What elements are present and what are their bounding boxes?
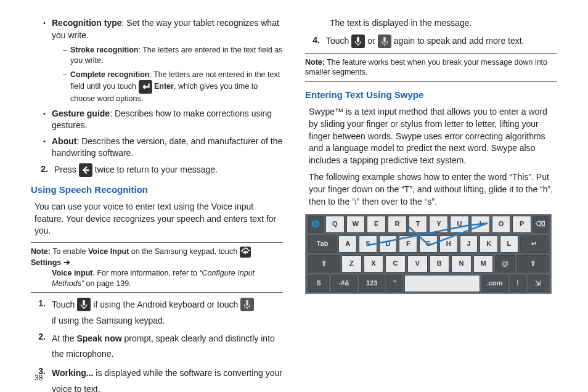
key: C — [385, 255, 406, 272]
sub-complete-recognition: – Complete recognition: The letters are … — [63, 70, 283, 104]
continued-text: The text is displayed in the message. — [305, 17, 557, 30]
key: A — [338, 235, 357, 253]
step-number: 2. — [37, 163, 54, 176]
key: X — [364, 255, 384, 272]
key-backspace: ⌫ — [533, 216, 549, 233]
left-column: • Recognition type: Set the way your tab… — [31, 17, 283, 377]
key: I — [471, 216, 490, 233]
key-at: @ — [495, 255, 515, 272]
key: T — [409, 216, 428, 233]
note-label: Note: — [305, 58, 325, 67]
key: L — [500, 235, 518, 253]
bullet-recognition-type: • Recognition type: Set the way your tab… — [43, 17, 283, 41]
key-shift: ⇧ — [517, 255, 549, 272]
note-voice-input: Note: To enable Voice Input on the Samsu… — [31, 242, 283, 293]
step-2-press-back: 2. Press twice to return to your message… — [31, 163, 283, 177]
t: . For more information, refer to — [92, 269, 199, 277]
mic-icon — [351, 35, 365, 48]
step-1-touch-mic: 1. Touch if using the Android keyboard o… — [35, 298, 283, 327]
key: Z — [341, 255, 362, 272]
bullet-about: • About: Describes the version, date, an… — [43, 136, 283, 160]
text: : Describes the version, date, and manuf… — [52, 136, 282, 158]
key-swype: S — [308, 275, 329, 292]
t: again to speak and add more text. — [394, 35, 525, 47]
step-3-working: 3. Working... is displayed while the sof… — [35, 365, 283, 392]
heading-swype: Entering Text Using Swype — [305, 88, 557, 101]
page-number: 38 — [35, 373, 43, 383]
note-segments: Note: The feature works best when you br… — [305, 53, 557, 83]
key: K — [480, 235, 498, 253]
t: if using the Samsung keypad. — [52, 315, 283, 327]
label: Stroke recognition — [70, 46, 138, 54]
t: or — [367, 35, 375, 47]
label: Gesture guide — [52, 108, 110, 118]
t: Speak now — [76, 333, 121, 343]
t: At the — [52, 333, 76, 343]
key-enter: ↵ — [520, 235, 549, 253]
key-sym: -#& — [331, 275, 357, 292]
key: G — [419, 235, 438, 253]
key: O — [492, 216, 511, 233]
key: Y — [429, 216, 448, 233]
svg-rect-3 — [357, 36, 360, 42]
swype-keyboard-image: 🌐 Q W E R T Y U I O P ⌫ Tab A S D F G H — [305, 214, 552, 294]
enter-icon — [139, 80, 152, 94]
t: The feature works best when you break yo… — [305, 58, 547, 77]
key-quote: " — [386, 275, 402, 292]
key-com: .com — [482, 275, 508, 292]
label: Recognition type — [52, 18, 122, 28]
sub-stroke-recognition: – Stroke recognition: The letters are en… — [63, 45, 283, 66]
step-number: 1. — [35, 298, 52, 310]
arrow-icon: ➔ — [61, 258, 70, 267]
speech-intro: You can use your voice to enter text usi… — [31, 201, 283, 237]
bullet-gesture-guide: • Gesture guide: Describes how to make c… — [43, 108, 283, 132]
right-column: The text is displayed in the message. 4.… — [305, 17, 557, 377]
t: on the Samsung keypad, touch — [129, 247, 239, 256]
key: P — [512, 216, 531, 233]
key: V — [407, 255, 428, 272]
key: D — [379, 235, 398, 253]
t: Touch — [326, 35, 349, 47]
key: H — [439, 235, 458, 253]
key-space — [404, 275, 480, 292]
text-pre: Press — [54, 164, 76, 176]
key-more: ⇲ — [528, 275, 549, 292]
t: if using the Android keyboard or touch — [93, 299, 238, 311]
heading-speech-recognition: Using Speech Recognition — [31, 183, 283, 196]
key-excl: ! — [510, 275, 526, 292]
key: S — [359, 235, 377, 253]
t: Settings — [31, 258, 61, 267]
key-lang: 🌐 — [308, 216, 324, 233]
t: To enable — [51, 247, 88, 256]
mic-icon — [240, 298, 254, 311]
key: J — [460, 235, 478, 253]
svg-rect-4 — [383, 36, 386, 42]
step-4-touch-mic-again: 4. Touch or again to speak and add more … — [305, 35, 557, 48]
svg-rect-1 — [83, 300, 86, 306]
swype-p1: Swype™ is a text input method that allow… — [305, 106, 557, 166]
mic-icon — [77, 298, 91, 311]
step-number: 4. — [309, 35, 326, 47]
svg-rect-2 — [247, 300, 249, 306]
note-label: Note: — [31, 247, 51, 256]
key: M — [473, 255, 494, 272]
step-number: 2. — [35, 331, 52, 343]
mic-icon — [378, 35, 391, 48]
back-icon — [79, 163, 92, 177]
step-2-speak-now: 2. At the Speak now prompt, speak clearl… — [35, 331, 283, 362]
key: F — [399, 235, 417, 253]
t: Voice input — [52, 269, 92, 277]
key: N — [451, 255, 472, 272]
t: Voice Input — [88, 247, 129, 256]
key-123: 123 — [359, 275, 385, 292]
t: on page 139. — [84, 279, 131, 288]
key: W — [346, 216, 365, 233]
swype-p2: The following example shows how to enter… — [305, 171, 557, 208]
key: B — [430, 255, 450, 272]
settings-icon — [240, 247, 251, 258]
t: Touch — [52, 299, 75, 311]
text-post: twice to return to your message. — [95, 164, 218, 176]
key: E — [367, 216, 386, 233]
t: Working... — [52, 368, 93, 378]
key: U — [450, 216, 469, 233]
